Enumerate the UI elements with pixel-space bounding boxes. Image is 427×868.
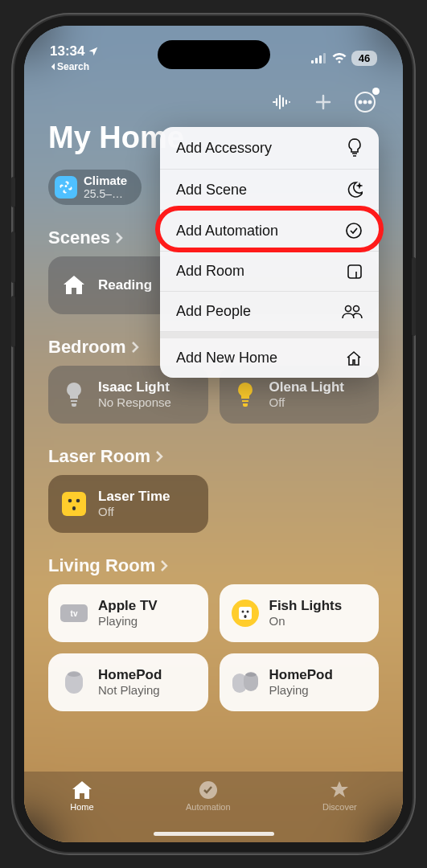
living-room-header[interactable]: Living Room [24, 533, 403, 584]
tile-apple-tv[interactable]: tv Apple TVPlaying [48, 584, 208, 642]
outlet-icon [60, 489, 88, 518]
homepod-pair-icon [231, 668, 260, 697]
homepod-icon [60, 668, 88, 697]
outlet-icon [231, 599, 260, 628]
star-icon [329, 780, 350, 800]
location-icon [88, 46, 99, 57]
dynamic-island [158, 40, 270, 69]
svg-rect-2 [319, 55, 322, 63]
svg-point-24 [347, 223, 361, 238]
laser-room-header[interactable]: Laser Room [24, 424, 403, 475]
svg-point-6 [364, 101, 367, 104]
chevron-right-icon [160, 559, 168, 572]
svg-point-7 [369, 101, 372, 104]
tab-discover[interactable]: Discover [322, 780, 357, 812]
svg-rect-3 [323, 53, 326, 63]
menu-add-automation[interactable]: Add Automation [160, 211, 379, 252]
add-button[interactable] [310, 88, 337, 116]
svg-rect-0 [311, 60, 314, 63]
fan-icon [55, 176, 77, 199]
svg-point-17 [246, 610, 248, 612]
svg-point-23 [245, 673, 256, 677]
bulb-icon [231, 380, 260, 409]
tile-fish-lights[interactable]: Fish LightsOn [220, 584, 380, 642]
menu-add-new-home[interactable]: Add New Home [160, 338, 379, 378]
svg-rect-1 [315, 58, 318, 63]
climate-detail: 25.5–… [84, 188, 127, 200]
climate-pill[interactable]: Climate 25.5–… [48, 170, 142, 205]
clock-check-icon [198, 780, 219, 800]
add-menu-popover: Add Accessory Add Scene Add Automation A… [160, 127, 379, 378]
svg-rect-8 [62, 492, 86, 516]
home-indicator[interactable] [154, 832, 274, 836]
chevron-right-icon [155, 450, 163, 463]
climate-label: Climate [84, 174, 127, 188]
chevron-right-icon [115, 231, 123, 244]
moon-icon [345, 181, 363, 199]
svg-point-10 [76, 499, 80, 503]
svg-point-26 [346, 305, 351, 311]
svg-rect-25 [348, 265, 361, 278]
tile-homepod-2[interactable]: HomePodPlaying [220, 653, 380, 711]
chevron-right-icon [131, 341, 139, 354]
house-outline-icon [345, 350, 363, 366]
iphone-frame: 13:34 Search 46 [14, 16, 413, 852]
bulb-icon [60, 380, 88, 409]
svg-rect-18 [244, 615, 246, 618]
back-to-search[interactable]: Search [50, 61, 99, 72]
menu-add-scene[interactable]: Add Scene [160, 170, 379, 211]
tab-home[interactable]: Home [70, 780, 93, 812]
clock-check-icon [345, 222, 363, 240]
svg-point-9 [68, 499, 72, 503]
room-icon [347, 264, 363, 280]
svg-point-27 [354, 305, 359, 311]
menu-add-accessory[interactable]: Add Accessory [160, 127, 379, 170]
svg-text:tv: tv [71, 609, 78, 618]
house-icon [60, 271, 88, 300]
house-icon [71, 780, 93, 800]
svg-point-5 [359, 101, 362, 104]
more-button[interactable] [351, 88, 379, 116]
tile-homepod-1[interactable]: HomePodNot Playing [48, 653, 208, 711]
announce-button[interactable] [268, 88, 295, 116]
bulb-outline-icon [347, 138, 363, 158]
battery-level: 46 [351, 51, 377, 66]
apple-tv-icon: tv [60, 599, 88, 628]
tab-automation[interactable]: Automation [186, 780, 231, 812]
svg-rect-11 [72, 506, 76, 510]
people-icon [342, 305, 363, 319]
menu-add-people[interactable]: Add People [160, 292, 379, 332]
wifi-icon [332, 53, 347, 63]
status-time: 13:34 [50, 43, 84, 59]
svg-point-20 [68, 672, 80, 677]
cellular-icon [311, 53, 327, 63]
svg-point-16 [241, 610, 244, 612]
tile-laser-time[interactable]: Laser TimeOff [48, 475, 208, 533]
menu-add-room[interactable]: Add Room [160, 252, 379, 292]
